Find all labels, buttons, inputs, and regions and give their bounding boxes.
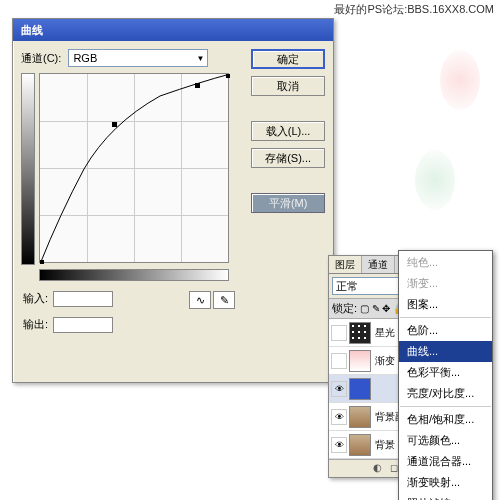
menu-separator — [400, 406, 491, 407]
menu-item[interactable]: 色彩平衡... — [399, 362, 492, 383]
channel-label: 通道(C): — [21, 52, 61, 64]
menu-item[interactable]: 色相/饱和度... — [399, 409, 492, 430]
bg-decoration — [415, 150, 455, 210]
menu-item[interactable]: 图案... — [399, 294, 492, 315]
output-label: 输出: — [23, 318, 48, 330]
blend-mode-value: 正常 — [336, 279, 358, 294]
svg-rect-3 — [40, 260, 44, 264]
menu-separator — [400, 317, 491, 318]
curve-tool-icon[interactable]: ∿ — [189, 291, 211, 309]
menu-item: 纯色... — [399, 252, 492, 273]
tab-channels[interactable]: 通道 — [362, 256, 395, 273]
save-button[interactable]: 存储(S)... — [251, 148, 325, 168]
output-field[interactable] — [53, 317, 113, 333]
tab-layers[interactable]: 图层 — [329, 256, 362, 273]
chevron-down-icon: ▼ — [196, 54, 207, 63]
input-field[interactable] — [53, 291, 113, 307]
ok-button[interactable]: 确定 — [251, 49, 325, 69]
adjustment-icon[interactable]: ◐ — [370, 462, 384, 476]
layer-name: 背景 — [375, 438, 395, 452]
menu-item[interactable]: 曲线... — [399, 341, 492, 362]
visibility-toggle[interactable]: 👁 — [331, 437, 347, 453]
channel-select[interactable]: RGB ▼ — [68, 49, 208, 67]
layer-thumbnail — [349, 434, 371, 456]
menu-item[interactable]: 亮度/对比度... — [399, 383, 492, 404]
menu-item[interactable]: 渐变映射... — [399, 472, 492, 493]
layer-thumbnail — [349, 350, 371, 372]
layer-name: 渐变 — [375, 354, 395, 368]
layer-thumbnail — [349, 406, 371, 428]
layer-thumbnail — [349, 378, 371, 400]
dialog-title: 曲线 — [13, 19, 333, 41]
svg-rect-2 — [226, 74, 230, 78]
pencil-tool-icon[interactable]: ✎ — [213, 291, 235, 309]
curve-line — [40, 74, 230, 264]
load-button[interactable]: 载入(L)... — [251, 121, 325, 141]
layer-name: 星光 — [375, 326, 395, 340]
cancel-button[interactable]: 取消 — [251, 76, 325, 96]
menu-item[interactable]: 色阶... — [399, 320, 492, 341]
visibility-toggle[interactable] — [331, 353, 347, 369]
curve-editor[interactable] — [39, 73, 229, 263]
channel-row: 通道(C): RGB ▼ — [21, 49, 245, 67]
menu-item[interactable]: 通道混合器... — [399, 451, 492, 472]
bg-decoration — [440, 50, 480, 110]
smooth-button[interactable]: 平滑(M) — [251, 193, 325, 213]
watermark-text: 最好的PS论坛:BBS.16XX8.COM — [334, 2, 494, 17]
curves-dialog: 曲线 通道(C): RGB ▼ — [12, 18, 334, 383]
menu-item[interactable]: 可选颜色... — [399, 430, 492, 451]
visibility-toggle[interactable] — [331, 325, 347, 341]
adjustment-context-menu: 纯色...渐变...图案...色阶...曲线...色彩平衡...亮度/对比度..… — [398, 250, 493, 500]
channel-value: RGB — [73, 52, 97, 64]
input-label: 输入: — [23, 292, 48, 304]
visibility-toggle[interactable]: 👁 — [331, 409, 347, 425]
layer-thumbnail — [349, 322, 371, 344]
input-gradient — [39, 269, 229, 281]
menu-item: 渐变... — [399, 273, 492, 294]
svg-rect-0 — [112, 122, 117, 127]
menu-item[interactable]: 照片滤镜... — [399, 493, 492, 500]
svg-rect-1 — [195, 83, 200, 88]
visibility-toggle[interactable]: 👁 — [331, 381, 347, 397]
output-gradient — [21, 73, 35, 265]
